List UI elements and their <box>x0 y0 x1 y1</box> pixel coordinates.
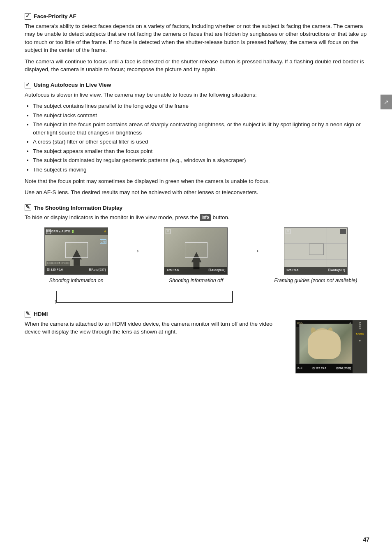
arrow-2: → <box>248 227 264 275</box>
list-item: The subject lacks contrast <box>33 111 367 120</box>
camera-displays: ⊞NORM▲AUTO 🔋 ⊕ ⊟ CNI ⊟⊟ <box>25 227 367 284</box>
hdmi-bottom-bar: Exit ⊡ 125 F5.6 ⊟200 [53⊟] <box>296 364 353 373</box>
camera-screen-1: ⊞NORM▲AUTO 🔋 ⊕ ⊟ CNI ⊟⊟ <box>44 227 108 275</box>
screen3-bottom: 125 F5.6 ⊟Auto[537] <box>284 267 347 274</box>
hdmi-content: When the camera is attached to an HDMI v… <box>25 320 367 373</box>
autofocus-header: Using Autofocus in Live View <box>25 81 367 89</box>
camera-screen-1-item: ⊞NORM▲AUTO 🔋 ⊕ ⊟ CNI ⊟⊟ <box>25 227 128 284</box>
right-arrow-icon: → <box>131 244 141 257</box>
loop-bracket <box>56 291 233 303</box>
autofocus-note: Note that the focus point may sometimes … <box>25 177 367 185</box>
list-item: The subject is moving <box>33 166 367 174</box>
screen2-corner-icon: ⊟ <box>166 229 171 234</box>
list-item: The subject in the focus point contains … <box>33 120 367 137</box>
screen-corner-icon-left: ⊟ <box>46 229 51 234</box>
check-icon <box>25 13 31 20</box>
autofocus-title: Using Autofocus in Live View <box>34 81 111 89</box>
screen1-mid-bar: ⊟⊟⊟ Exit OK⊡⊡ <box>46 261 106 265</box>
camera-screen-2-item: ⊟ 125 F5.6 ⊟Auto[537] Shooting informati… <box>144 227 247 284</box>
face-priority-body2: The camera will continue to focus until … <box>25 58 367 74</box>
autofocus-body: Autofocus is slower in live view. The ca… <box>25 91 367 99</box>
list-item: The subject is dominated by regular geom… <box>33 156 367 164</box>
list-item: The subject appears smaller than the foc… <box>33 147 367 155</box>
screen3-caption: Framing guides (zoom not available) <box>274 277 357 284</box>
camera-screen-3: ⊟ 125 F5.6 ⊟Auto[537] <box>284 227 348 275</box>
hdmi-camera-display: ⊟18a ⊕ BASIC ★AUTO ◆ Exit ⊡ 125 F5.6 ⊟20… <box>295 320 367 373</box>
dog-area <box>299 324 353 364</box>
face-priority-section: Face-Priority AF The camera's ability to… <box>25 12 367 74</box>
screen2-bottom: 125 F5.6 ⊟Auto[537] <box>164 267 227 274</box>
screen3-focus-box <box>309 243 324 255</box>
screen3-corner-icon: ⊟ <box>286 229 291 234</box>
autofocus-bullets: The subject contains lines parallel to t… <box>25 102 367 174</box>
hdmi-title: HDMI <box>34 310 48 318</box>
screen2-caption: Shooting information off <box>169 277 223 284</box>
autofocus-section: Using Autofocus in Live View Autofocus i… <box>25 81 367 197</box>
loop-line-container: ↑ <box>25 288 367 303</box>
shooting-info-header: The Shooting Information Display <box>25 204 367 212</box>
face-priority-header: Face-Priority AF <box>25 12 367 21</box>
framing-line-h2 <box>284 259 347 259</box>
check-icon-2 <box>25 82 31 88</box>
screen1-top-bar: ⊞NORM▲AUTO 🔋 ⊕ <box>45 228 108 235</box>
screen1-caption: Shooting information on <box>49 277 104 284</box>
hdmi-right-panel: BASIC ★AUTO ◆ <box>353 320 367 373</box>
shooting-info-title: The Shooting Information Display <box>34 204 122 212</box>
face-priority-title: Face-Priority AF <box>34 12 76 21</box>
list-item: A cross (star) filter or other special f… <box>33 138 367 146</box>
arrow-1: → <box>128 227 144 275</box>
page-number: 47 <box>363 535 369 544</box>
right-arrow-icon-2: → <box>251 244 261 257</box>
focus-box <box>65 242 88 258</box>
face-priority-body1: The camera's ability to detect faces dep… <box>25 22 367 54</box>
list-item: The subject contains lines parallel to t… <box>33 102 367 110</box>
autofocus-lens-note: Use an AF-S lens. The desired results ma… <box>25 188 367 197</box>
hdmi-header: HDMI <box>25 310 367 318</box>
pencil-icon-2 <box>25 311 31 317</box>
hdmi-section: HDMI When the camera is attached to an H… <box>25 310 367 373</box>
side-tab: ↗ <box>380 95 392 109</box>
screen2-focus-box <box>185 242 208 258</box>
info-button-inline: info <box>200 214 210 221</box>
screen-corner-icon-right: CNI <box>100 237 106 245</box>
shooting-info-body: To hide or display indicators in the mon… <box>25 213 367 222</box>
screen1-bottom-bar: ⊡ 125 F5.6 ⊟Auto[537] <box>45 266 108 274</box>
camera-screen-2: ⊟ 125 F5.6 ⊟Auto[537] <box>164 227 228 275</box>
hdmi-body: When the camera is attached to an HDMI v… <box>25 320 287 336</box>
side-tab-arrow-icon: ↗ <box>384 98 389 106</box>
dog-body <box>308 330 341 359</box>
screen3-top-right-icon <box>340 229 346 234</box>
pencil-icon <box>25 204 31 211</box>
camera-screen-3-item: ⊟ 125 F5.6 ⊟Auto[537] Framing guides (zo… <box>264 227 367 284</box>
loop-arrow-icon: ↑ <box>54 299 57 305</box>
shooting-info-section: The Shooting Information Display To hide… <box>25 204 367 303</box>
